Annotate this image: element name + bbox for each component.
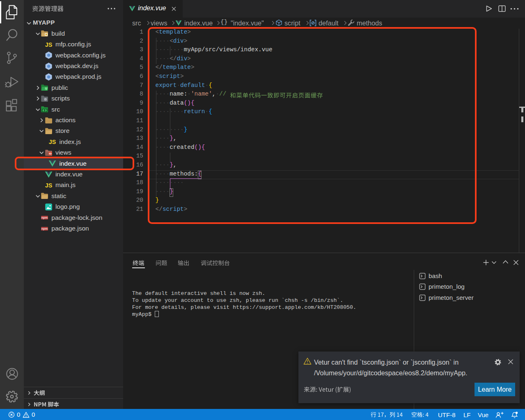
svg-text:JS: JS	[45, 182, 53, 189]
svg-text:JS: JS	[49, 139, 56, 145]
svg-text:npm: npm	[41, 227, 48, 231]
svg-text:JS: JS	[45, 41, 53, 48]
svg-text:npm: npm	[41, 216, 48, 220]
